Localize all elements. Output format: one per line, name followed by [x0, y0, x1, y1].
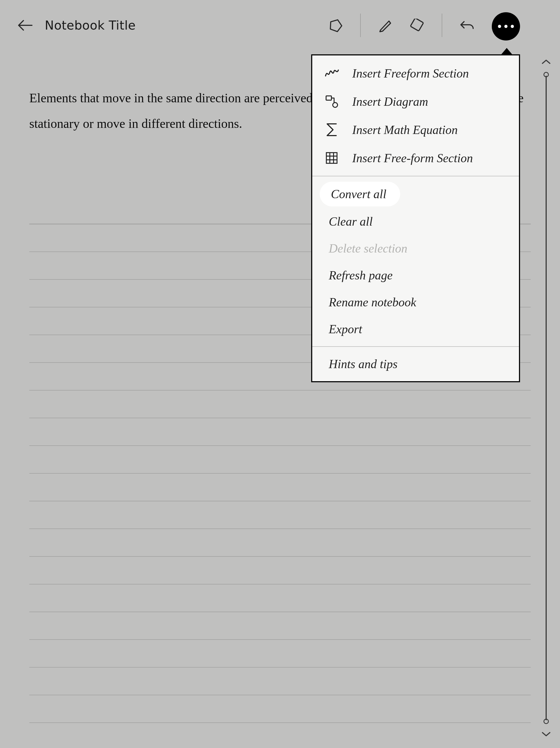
- scroll-down-icon[interactable]: [541, 731, 551, 737]
- menu-item-label: Insert Math Equation: [352, 123, 458, 137]
- menu-refresh-page[interactable]: Refresh page: [312, 262, 519, 289]
- freeform-icon: [324, 66, 340, 81]
- menu-insert-math[interactable]: Insert Math Equation: [312, 116, 519, 144]
- menu-item-label: Export: [329, 322, 362, 336]
- menu-item-label: Insert Freeform Section: [352, 66, 469, 80]
- menu-convert-all[interactable]: Convert all: [312, 180, 519, 208]
- menu-item-label: Delete selection: [329, 241, 407, 255]
- menu-item-label: Rename notebook: [329, 295, 416, 309]
- svg-rect-3: [326, 96, 331, 100]
- menu-rename-notebook[interactable]: Rename notebook: [312, 289, 519, 315]
- menu-pointer-icon: [502, 49, 512, 55]
- menu-insert-freeform-grid[interactable]: Insert Free-form Section: [312, 144, 519, 172]
- menu-hints-tips[interactable]: Hints and tips: [312, 351, 519, 377]
- grid-icon: [324, 150, 340, 166]
- scrollbar[interactable]: [540, 59, 553, 737]
- overflow-menu: Insert Freeform Section Insert Diagram I…: [311, 54, 520, 382]
- menu-insert-diagram[interactable]: Insert Diagram: [312, 87, 519, 116]
- menu-clear-all[interactable]: Clear all: [312, 208, 519, 235]
- menu-item-label: Insert Free-form Section: [352, 151, 473, 165]
- menu-item-label: Refresh page: [329, 268, 393, 282]
- svg-point-4: [333, 102, 337, 107]
- more-menu-button[interactable]: [492, 12, 520, 41]
- math-icon: [324, 122, 340, 137]
- menu-delete-selection: Delete selection: [312, 235, 519, 262]
- svg-rect-5: [326, 153, 337, 163]
- menu-item-label: Convert all: [320, 182, 400, 207]
- menu-item-label: Insert Diagram: [352, 95, 428, 109]
- menu-insert-freeform[interactable]: Insert Freeform Section: [312, 59, 519, 87]
- menu-item-label: Hints and tips: [329, 357, 397, 371]
- diagram-icon: [324, 94, 340, 109]
- scroll-up-icon[interactable]: [541, 59, 551, 65]
- menu-export[interactable]: Export: [312, 315, 519, 343]
- menu-item-label: Clear all: [329, 214, 373, 229]
